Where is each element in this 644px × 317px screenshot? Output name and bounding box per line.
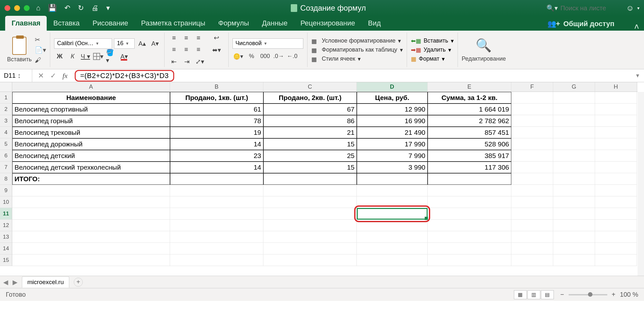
formula-input[interactable]: =(B2+C2)*D2+(B3+C3)*D3 xyxy=(75,70,174,82)
cell[interactable] xyxy=(170,196,263,208)
cell[interactable]: 15 xyxy=(263,138,357,150)
cell[interactable] xyxy=(511,185,553,196)
cell[interactable]: Велосипед детский трехколесный xyxy=(12,162,170,173)
cell[interactable]: 78 xyxy=(170,115,263,127)
spreadsheet-grid[interactable]: A B C D E F G H 123456789101112131415 На… xyxy=(0,82,644,276)
cell[interactable]: 15 xyxy=(263,162,357,173)
cell[interactable] xyxy=(428,254,511,266)
cell[interactable] xyxy=(595,208,637,220)
sheet-nav-prev-icon[interactable]: ◀ xyxy=(3,278,8,286)
row-header-10[interactable]: 10 xyxy=(0,196,12,208)
cancel-formula-icon[interactable]: ✕ xyxy=(38,72,44,80)
cell[interactable] xyxy=(170,231,263,243)
cell[interactable] xyxy=(595,231,637,243)
cell[interactable]: 7 990 xyxy=(357,150,428,162)
name-box[interactable]: D11 ▴▾ xyxy=(0,69,32,82)
cell[interactable] xyxy=(170,243,263,254)
paste-button[interactable]: Вставить xyxy=(7,37,32,63)
col-header-G[interactable]: G xyxy=(553,82,595,92)
cell[interactable] xyxy=(511,196,553,208)
cell[interactable] xyxy=(595,115,637,127)
row-header-5[interactable]: 5 xyxy=(0,138,12,150)
maximize-window-icon[interactable] xyxy=(24,5,30,11)
fill-color-button[interactable]: 🪣▾ xyxy=(106,51,117,62)
cell[interactable] xyxy=(428,220,511,231)
cell[interactable] xyxy=(553,185,595,196)
cell[interactable]: Цена, руб. xyxy=(357,92,428,104)
cell[interactable] xyxy=(553,173,595,185)
col-header-A[interactable]: A xyxy=(12,82,170,92)
cell[interactable] xyxy=(263,220,357,231)
cell[interactable] xyxy=(170,185,263,196)
cell[interactable] xyxy=(511,150,553,162)
cell[interactable]: ИТОГО: xyxy=(12,173,170,185)
tab-draw[interactable]: Рисование xyxy=(86,16,135,31)
view-normal-icon[interactable]: ▦ xyxy=(514,290,527,299)
cell[interactable] xyxy=(12,254,170,266)
cell[interactable] xyxy=(12,185,170,196)
cell[interactable] xyxy=(170,173,263,185)
align-bottom-icon[interactable]: ≡ xyxy=(193,33,204,43)
view-page-layout-icon[interactable]: ▥ xyxy=(527,290,540,299)
row-header-9[interactable]: 9 xyxy=(0,185,12,196)
cell[interactable] xyxy=(511,220,553,231)
align-top-icon[interactable]: ≡ xyxy=(168,33,179,43)
format-as-table-button[interactable]: ▦Форматировать как таблицу ▾ xyxy=(311,46,402,54)
cell[interactable] xyxy=(553,254,595,266)
cell[interactable]: 14 xyxy=(170,162,263,173)
conditional-formatting-button[interactable]: ▦Условное форматирование ▾ xyxy=(311,37,402,45)
cell[interactable] xyxy=(357,173,428,185)
col-header-H[interactable]: H xyxy=(595,82,637,92)
cut-icon[interactable]: ✂ xyxy=(35,36,46,44)
cell[interactable] xyxy=(553,115,595,127)
cell[interactable] xyxy=(428,208,511,220)
expand-formula-bar-icon[interactable]: ▼ xyxy=(635,73,640,79)
wrap-text-icon[interactable]: ↩ xyxy=(208,33,224,43)
cell[interactable]: 528 906 xyxy=(428,138,511,150)
cell[interactable] xyxy=(511,115,553,127)
cell[interactable]: Продано, 1кв. (шт.) xyxy=(170,92,263,104)
cell[interactable]: 857 451 xyxy=(428,127,511,138)
cell[interactable]: 3 990 xyxy=(357,162,428,173)
cell[interactable] xyxy=(553,162,595,173)
row-header-15[interactable]: 15 xyxy=(0,254,12,266)
cell[interactable] xyxy=(511,231,553,243)
cell[interactable]: 4 446 981 xyxy=(357,208,428,220)
increase-font-icon[interactable]: A▴ xyxy=(137,38,147,49)
minimize-window-icon[interactable] xyxy=(14,5,20,11)
cell[interactable] xyxy=(170,220,263,231)
cell[interactable] xyxy=(263,185,357,196)
row-header-3[interactable]: 3 xyxy=(0,115,12,127)
cell[interactable] xyxy=(511,92,553,104)
cell[interactable] xyxy=(595,162,637,173)
tab-home[interactable]: Главная xyxy=(5,16,47,31)
cell[interactable] xyxy=(595,173,637,185)
cell[interactable] xyxy=(595,220,637,231)
align-left-icon[interactable]: ≡ xyxy=(168,44,179,54)
cell[interactable]: 25 xyxy=(263,150,357,162)
bold-button[interactable]: Ж xyxy=(54,51,65,62)
qat-menu-icon[interactable]: ▾ xyxy=(106,4,110,12)
fx-icon[interactable]: fx xyxy=(62,72,68,80)
cell[interactable]: 23 xyxy=(170,150,263,162)
redo-icon[interactable]: ↻ xyxy=(78,4,84,12)
zoom-out-icon[interactable]: − xyxy=(560,291,564,298)
cell[interactable] xyxy=(511,208,553,220)
cell[interactable] xyxy=(428,173,511,185)
format-cells-button[interactable]: ▦Формат ▾ xyxy=(411,55,454,63)
row-header-2[interactable]: 2 xyxy=(0,104,12,115)
cell[interactable] xyxy=(553,138,595,150)
cell[interactable] xyxy=(595,127,637,138)
decrease-font-icon[interactable]: A▾ xyxy=(149,38,160,49)
cell[interactable] xyxy=(428,185,511,196)
row-header-6[interactable]: 6 xyxy=(0,150,12,162)
percent-icon[interactable]: % xyxy=(246,51,257,62)
name-box-spinner[interactable]: ▴▾ xyxy=(18,73,20,79)
cell[interactable] xyxy=(511,162,553,173)
feedback-icon[interactable]: ☺ xyxy=(626,4,634,13)
cell[interactable]: Наименование xyxy=(12,92,170,104)
cell[interactable]: Продано, 2кв. (шт.) xyxy=(263,92,357,104)
cell[interactable]: 86 xyxy=(263,115,357,127)
cell[interactable] xyxy=(428,231,511,243)
save-icon[interactable]: 💾 xyxy=(48,4,57,12)
